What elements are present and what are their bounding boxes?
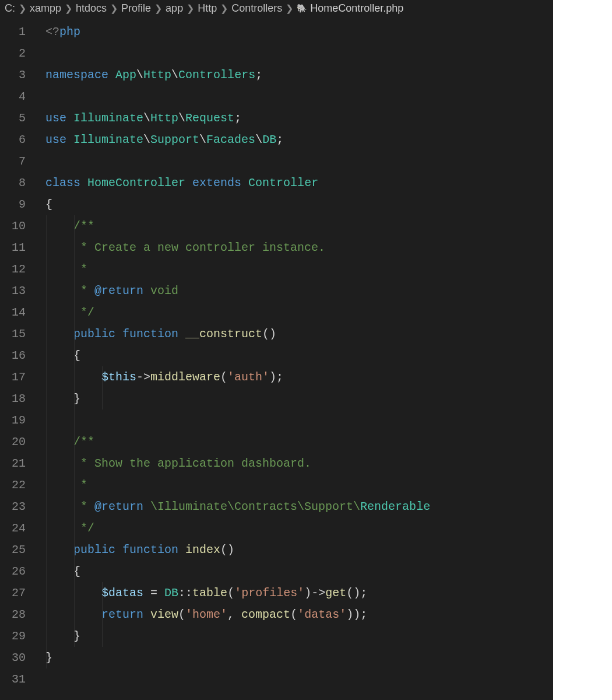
line-number[interactable]: 22 xyxy=(0,474,26,496)
line-number[interactable]: 11 xyxy=(0,237,26,258)
line-number[interactable]: 3 xyxy=(0,64,26,86)
line-number[interactable]: 24 xyxy=(0,517,26,539)
code-line[interactable]: public function index() xyxy=(45,539,553,561)
chevron-right-icon: ❯ xyxy=(110,3,118,14)
code-line[interactable]: <?php xyxy=(45,21,553,43)
code-token: Http xyxy=(143,68,171,82)
code-line[interactable]: * xyxy=(45,474,553,496)
code-content[interactable]: <?php namespace App\Http\Controllers; us… xyxy=(34,18,553,700)
breadcrumb-segment[interactable]: xampp xyxy=(30,2,61,15)
line-number[interactable]: 29 xyxy=(0,625,26,647)
breadcrumb-segment[interactable]: app xyxy=(166,2,183,15)
code-token: )); xyxy=(346,608,367,621)
code-token: * xyxy=(80,478,87,492)
code-line[interactable]: * xyxy=(45,258,553,280)
code-line[interactable]: */ xyxy=(45,302,553,323)
breadcrumb-segment[interactable]: htdocs xyxy=(76,2,107,15)
line-number[interactable]: 6 xyxy=(0,129,26,150)
code-token: Request xyxy=(185,111,234,125)
code-area[interactable]: 1234567891011121314151617181920212223242… xyxy=(0,18,553,700)
code-line[interactable]: public function __construct() xyxy=(45,323,553,345)
code-line[interactable] xyxy=(45,668,553,690)
line-number[interactable]: 31 xyxy=(0,668,26,690)
code-line[interactable]: class HomeController extends Controller xyxy=(45,172,553,194)
line-number[interactable]: 9 xyxy=(0,194,26,215)
line-number[interactable]: 2 xyxy=(0,43,26,64)
code-token: * xyxy=(80,500,94,513)
line-number[interactable]: 23 xyxy=(0,496,26,517)
breadcrumb-segment[interactable]: C: xyxy=(5,2,15,15)
code-token: use xyxy=(45,133,66,146)
line-number[interactable]: 20 xyxy=(0,431,26,453)
code-token xyxy=(45,306,80,319)
code-line[interactable]: return view('home', compact('datas')); xyxy=(45,604,553,625)
code-token: public xyxy=(73,327,115,341)
code-line[interactable]: use Illuminate\Http\Request; xyxy=(45,107,553,129)
code-line[interactable]: use Illuminate\Support\Facades\DB; xyxy=(45,129,553,150)
breadcrumb[interactable]: C: ❯ xampp ❯ htdocs ❯ Profile ❯ app ❯ Ht… xyxy=(0,0,553,18)
code-token: , xyxy=(227,608,241,621)
line-number[interactable]: 13 xyxy=(0,280,26,302)
line-number[interactable]: 17 xyxy=(0,366,26,388)
line-number[interactable]: 27 xyxy=(0,582,26,604)
line-number[interactable]: 19 xyxy=(0,410,26,431)
breadcrumb-file[interactable]: HomeController.php xyxy=(310,2,403,15)
code-line[interactable]: { xyxy=(45,561,553,582)
code-line[interactable]: } xyxy=(45,647,553,668)
code-token: App xyxy=(115,68,136,82)
code-token: ; xyxy=(234,111,241,125)
code-line[interactable]: */ xyxy=(45,517,553,539)
code-token xyxy=(45,435,73,449)
code-token xyxy=(45,543,73,556)
code-line[interactable] xyxy=(45,86,553,107)
code-line[interactable]: { xyxy=(45,194,553,215)
line-number[interactable]: 26 xyxy=(0,561,26,582)
line-number[interactable]: 21 xyxy=(0,453,26,474)
line-number[interactable]: 25 xyxy=(0,539,26,561)
line-number[interactable]: 4 xyxy=(0,86,26,107)
code-line[interactable] xyxy=(45,150,553,172)
code-line[interactable]: * Show the application dashboard. xyxy=(45,453,553,474)
line-number[interactable]: 16 xyxy=(0,345,26,366)
code-token xyxy=(178,543,185,556)
code-token: \ xyxy=(178,111,185,125)
code-line[interactable]: namespace App\Http\Controllers; xyxy=(45,64,553,86)
code-line[interactable]: * Create a new controller instance. xyxy=(45,237,553,258)
code-token: } xyxy=(45,629,80,643)
code-line[interactable]: /** xyxy=(45,431,553,453)
code-token: Illuminate xyxy=(73,111,143,125)
line-number[interactable]: 5 xyxy=(0,107,26,129)
line-number[interactable]: 12 xyxy=(0,258,26,280)
line-number[interactable]: 7 xyxy=(0,150,26,172)
line-number[interactable]: 1 xyxy=(0,21,26,43)
code-token: class xyxy=(45,176,80,190)
code-token xyxy=(45,241,80,254)
line-number-gutter[interactable]: 1234567891011121314151617181920212223242… xyxy=(0,18,34,700)
code-token xyxy=(66,133,73,146)
code-token: /** xyxy=(73,219,94,233)
line-number[interactable]: 15 xyxy=(0,323,26,345)
code-line[interactable] xyxy=(45,410,553,431)
code-token: () xyxy=(220,543,234,556)
chevron-right-icon: ❯ xyxy=(220,3,228,14)
code-line[interactable]: { xyxy=(45,345,553,366)
code-line[interactable]: * @return void xyxy=(45,280,553,302)
line-number[interactable]: 8 xyxy=(0,172,26,194)
code-line[interactable]: /** xyxy=(45,215,553,237)
line-number[interactable]: 18 xyxy=(0,388,26,410)
code-token: public xyxy=(73,543,115,556)
line-number[interactable]: 10 xyxy=(0,215,26,237)
line-number[interactable]: 14 xyxy=(0,302,26,323)
code-line[interactable]: $this->middleware('auth'); xyxy=(45,366,553,388)
breadcrumb-segment[interactable]: Profile xyxy=(121,2,151,15)
breadcrumb-segment[interactable]: Http xyxy=(198,2,217,15)
code-line[interactable]: } xyxy=(45,388,553,410)
line-number[interactable]: 30 xyxy=(0,647,26,668)
code-line[interactable] xyxy=(45,43,553,64)
code-line[interactable]: } xyxy=(45,625,553,647)
line-number[interactable]: 28 xyxy=(0,604,26,625)
code-line[interactable]: * @return \Illuminate\Contracts\Support\… xyxy=(45,496,553,517)
breadcrumb-segment[interactable]: Controllers xyxy=(231,2,282,15)
code-line[interactable]: $datas = DB::table('profiles')->get(); xyxy=(45,582,553,604)
code-token xyxy=(45,370,101,384)
